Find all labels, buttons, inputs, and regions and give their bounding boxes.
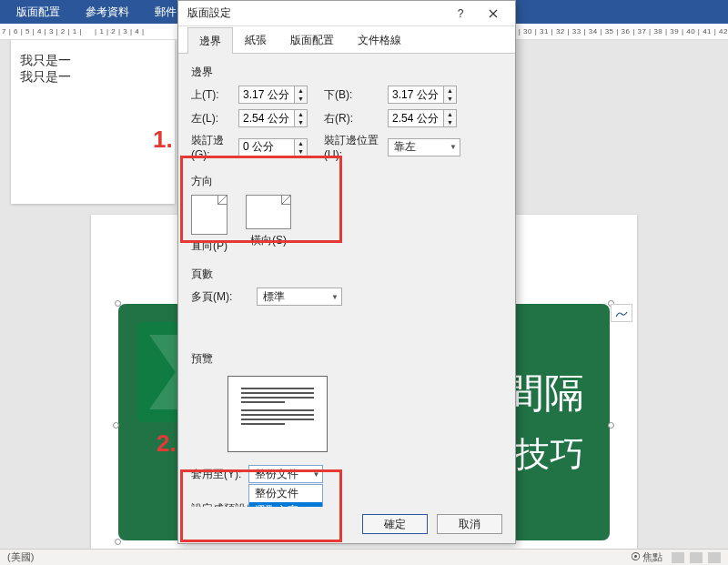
dialog-body: 邊界 上(T): ▲▼ 下(B): ▲▼ 左(L): ▲▼ 右(R): ▲▼ 裝…: [178, 54, 515, 507]
margin-bottom-input[interactable]: [388, 86, 444, 104]
margin-right-input[interactable]: [388, 109, 444, 127]
doc-text-line: 我只是一: [20, 69, 166, 86]
dialog-title: 版面設定: [187, 5, 231, 21]
section-preview: 預覽: [191, 351, 502, 367]
label-top: 上(T):: [191, 87, 238, 103]
annotation-label-1: 1.: [153, 126, 173, 154]
ribbon-tab-layout[interactable]: 版面配置: [4, 1, 73, 24]
preview-thumbnail: [228, 376, 328, 452]
spinners[interactable]: ▲▼: [295, 138, 308, 156]
doc-text-line: 我只是一: [20, 53, 166, 69]
tab-docgrid[interactable]: 文件格線: [346, 26, 413, 53]
margin-top-input[interactable]: [238, 86, 295, 104]
selection-handle[interactable]: [113, 422, 119, 429]
view-web-icon[interactable]: [708, 552, 721, 563]
annotation-box-1: [180, 156, 342, 243]
status-focus[interactable]: ⦿焦點: [631, 550, 662, 564]
tab-margins[interactable]: 邊界: [187, 27, 233, 54]
page-1: 我只是一 我只是一: [11, 40, 175, 204]
dialog-titlebar[interactable]: 版面設定 ?: [178, 1, 515, 26]
label-right: 右(R):: [324, 111, 388, 126]
selection-handle[interactable]: [115, 300, 121, 307]
view-read-icon[interactable]: [672, 552, 684, 563]
green-text-2: 技巧: [515, 431, 584, 478]
page-setup-dialog: 版面設定 ? 邊界 紙張 版面配置 文件格線 邊界 上(T): ▲▼ 下(B):…: [177, 0, 516, 544]
tab-paper[interactable]: 紙張: [233, 26, 278, 53]
label-multipage: 多頁(M):: [191, 289, 238, 305]
chevron-down-icon: ▼: [450, 143, 457, 151]
ok-button[interactable]: 確定: [362, 514, 428, 534]
multipage-select[interactable]: 標準▼: [257, 288, 342, 306]
ruler-center-numbers: | 1 | 2 | 3 | 4 |: [95, 27, 144, 35]
selection-handle[interactable]: [608, 422, 614, 429]
status-bar: (美國) ⦿焦點: [0, 549, 728, 565]
cancel-button[interactable]: 取消: [437, 514, 502, 534]
gutter-pos-select[interactable]: 靠左▼: [388, 138, 460, 156]
annotation-label-2: 2.: [157, 429, 177, 458]
label-left: 左(L):: [191, 111, 238, 126]
ruler-left-numbers: 7 | 6 | 5 | 4 | 3 | 2 | 1 |: [2, 27, 82, 35]
gutter-input[interactable]: [238, 138, 295, 156]
selection-handle[interactable]: [115, 539, 121, 545]
annotation-box-2: [180, 469, 342, 542]
section-margins: 邊界: [191, 65, 502, 80]
layout-options-button[interactable]: [611, 304, 632, 322]
spinners[interactable]: ▲▼: [295, 109, 308, 127]
chevron-down-icon: ▼: [331, 293, 339, 301]
help-button[interactable]: ?: [444, 2, 477, 25]
tab-layout[interactable]: 版面配置: [278, 26, 346, 53]
section-pages: 頁數: [191, 267, 502, 282]
view-print-icon[interactable]: [690, 552, 703, 563]
status-language[interactable]: (美國): [7, 550, 34, 564]
label-bottom: 下(B):: [324, 87, 388, 103]
green-text-1: 間隔: [504, 367, 584, 420]
dialog-tabs: 邊界 紙張 版面配置 文件格線: [178, 26, 515, 54]
spinners[interactable]: ▲▼: [295, 86, 308, 104]
spinners[interactable]: ▲▼: [444, 109, 457, 127]
margin-left-input[interactable]: [238, 109, 295, 127]
ribbon-tab-references[interactable]: 參考資料: [73, 1, 142, 24]
close-button[interactable]: [477, 2, 510, 25]
spinners[interactable]: ▲▼: [444, 86, 457, 104]
